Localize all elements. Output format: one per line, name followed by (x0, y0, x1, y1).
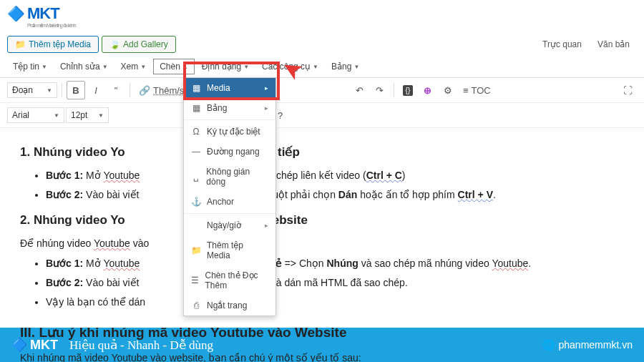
dropdown-datetime[interactable]: Ngày/giờ▸ (184, 215, 275, 235)
table-icon: ▦ (191, 103, 201, 113)
heading-3: III. Lưu ý khi nhúng mã video Youtube và… (20, 321, 624, 344)
plugin-button[interactable]: ⊕ (419, 81, 437, 99)
dropdown-hr[interactable]: —Đường ngang (184, 142, 275, 162)
heading-1: 1. Nhúng video Yoxxxxxxxxxxxxxxxxite trự… (20, 142, 624, 163)
bold-button[interactable]: B (67, 81, 85, 99)
dropdown-read-more[interactable]: ☰Chèn thẻ Đọc Thêm (184, 265, 275, 295)
tab-visual[interactable]: Trực quan (535, 36, 589, 52)
media-icon: ▦ (191, 83, 201, 93)
brand-logo: 🔷 MKT Phần mềm Marketing đa kênh (7, 4, 76, 29)
dropdown-nbsp[interactable]: ␣Không gián dòng (184, 162, 275, 192)
editor-content[interactable]: 1. Nhúng video Yoxxxxxxxxxxxxxxxxite trự… (0, 128, 644, 362)
insert-dropdown: ▦Media▸ ▦Bảng▸ ΩKý tự đặc biệt —Đường ng… (183, 77, 276, 316)
dropdown-table[interactable]: ▦Bảng▸ (184, 98, 275, 118)
add-media-icon: 📁 (191, 245, 201, 255)
dropdown-media[interactable]: ▦Media▸ (184, 78, 275, 98)
header: 🔷 MKT Phần mềm Marketing đa kênh (0, 0, 644, 33)
logo-icon: 🔷 (7, 5, 24, 22)
leaf-icon: 🍃 (109, 39, 120, 49)
readmore-icon: ☰ (191, 275, 199, 285)
menu-view[interactable]: Xem▼ (115, 59, 152, 74)
gear-button[interactable]: ⚙ (439, 81, 457, 99)
media-icon: 📁 (15, 39, 26, 49)
code-button[interactable]: {} (399, 81, 417, 99)
menu-file[interactable]: Tệp tin▼ (7, 59, 53, 74)
toolbar-row-1: Đoạn▼ B I " 🔗 Thêm/sửa đường dẫn ↶ ↷ {} … (0, 78, 644, 103)
media-button-row: 📁 Thêm tệp Media 🍃 Add Gallery Trực quan… (0, 33, 644, 56)
redo-button[interactable]: ↷ (371, 81, 389, 99)
add-gallery-button[interactable]: 🍃 Add Gallery (102, 36, 176, 53)
heading-2: 2. Nhúng video Yoxxxxxxxxxxxxxxxx trên w… (20, 210, 624, 231)
pagebreak-icon: ⎙ (191, 300, 201, 310)
menu-insert[interactable]: Chèn▲ (153, 59, 195, 74)
undo-button[interactable]: ↶ (351, 81, 369, 99)
menu-format[interactable]: Định dạng▼ (196, 59, 255, 74)
toolbar-row-2: Arial▼ 12pt▼ A ▼ ▦ ▼ ? (0, 103, 644, 128)
font-size-select[interactable]: 12pt▼ (66, 107, 109, 123)
menu-edit[interactable]: Chỉnh sửa▼ (54, 59, 114, 74)
dropdown-anchor[interactable]: ⚓Anchor (184, 192, 275, 212)
toc-button[interactable]: ≡ TOC (459, 81, 495, 99)
tab-text[interactable]: Văn bản (590, 36, 637, 52)
omega-icon: Ω (191, 127, 201, 137)
italic-button[interactable]: I (87, 81, 105, 99)
hr-icon: — (191, 147, 201, 157)
nbsp-icon: ␣ (191, 172, 200, 182)
dropdown-page-break[interactable]: ⎙Ngắt trang (184, 295, 275, 315)
font-family-select[interactable]: Arial▼ (7, 107, 64, 123)
add-media-button[interactable]: 📁 Thêm tệp Media (7, 36, 99, 53)
dropdown-special-char[interactable]: ΩKý tự đặc biệt (184, 122, 275, 142)
fullscreen-button[interactable]: ⛶ (618, 81, 637, 99)
quote-button[interactable]: " (107, 81, 125, 99)
dropdown-add-media[interactable]: 📁Thêm tệp Media (184, 235, 275, 265)
editor-menubar: Tệp tin▼ Chỉnh sửa▼ Xem▼ Chèn▲ Định dạng… (0, 56, 644, 78)
menu-table[interactable]: Bảng▼ (326, 59, 365, 74)
paragraph-select[interactable]: Đoạn▼ (7, 82, 57, 98)
anchor-icon: ⚓ (191, 197, 201, 207)
menu-tools[interactable]: Các công cụ▼ (256, 59, 324, 74)
